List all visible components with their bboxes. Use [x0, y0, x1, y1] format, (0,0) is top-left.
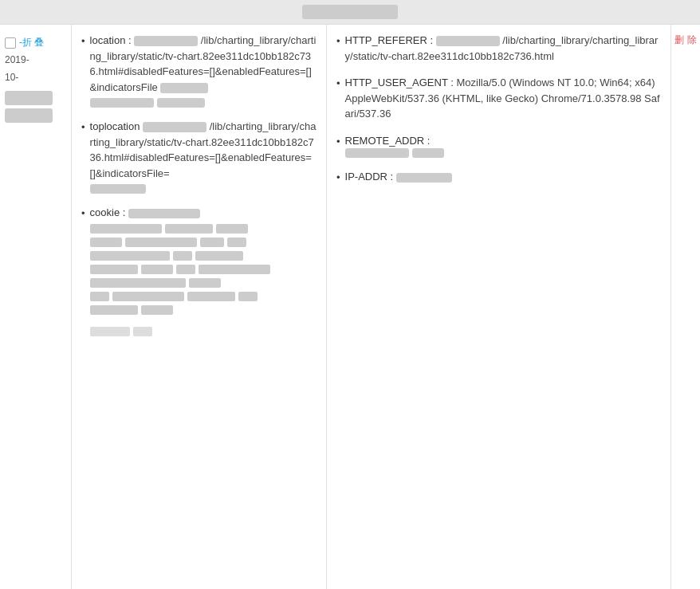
- http-user-agent-content: HTTP_USER_AGENT : Mozilla/5.0 (Windows N…: [345, 75, 661, 122]
- http-referer-content: HTTP_REFERER : /lib/charting_library/cha…: [345, 33, 661, 64]
- bullet-remote-addr: •: [336, 134, 340, 150]
- cookie-blur-1: [90, 224, 162, 234]
- delete-label: 删 除: [674, 34, 696, 45]
- bullet-cookie: •: [81, 206, 85, 222]
- row-checkbox[interactable]: [5, 37, 16, 49]
- cookie-blur-24: [133, 327, 152, 336]
- cookie-blur-21: [90, 305, 138, 315]
- list-item-ip-addr: • IP-ADDR :: [336, 169, 661, 186]
- list-item-http-referer: • HTTP_REFERER : /lib/charting_library/c…: [336, 33, 661, 64]
- cookie-blur-11: [90, 265, 138, 274]
- fold-button[interactable]: -折 叠: [19, 36, 44, 49]
- toplocation-content: toplocation /lib/charting_library/charti…: [90, 119, 317, 194]
- cookie-blur-19: [187, 292, 235, 301]
- cookie-key: cookie :: [90, 206, 128, 218]
- remote-addr-content: REMOTE_ADDR :: [345, 133, 661, 159]
- list-item-remote-addr: • REMOTE_ADDR :: [336, 133, 661, 159]
- http-referer-key: HTTP_REFERER :: [345, 34, 436, 46]
- cookie-blur-9: [173, 251, 192, 261]
- col-controls: -折 叠 2019- 10-: [0, 25, 72, 589]
- cookie-blur-22: [141, 305, 173, 315]
- cookie-blur-13: [176, 265, 195, 274]
- cookie-blur-17: [90, 292, 109, 301]
- ip-addr-blur: [396, 173, 452, 183]
- cookie-blur-4: [90, 238, 122, 247]
- cookie-blur-14: [199, 265, 270, 274]
- page-wrapper: -折 叠 2019- 10- • location: [0, 0, 700, 589]
- list-item-cookie: • cookie :: [81, 205, 317, 340]
- location-blur-prefix: [134, 36, 198, 46]
- cookie-blur-stack: [90, 224, 317, 336]
- list-item-location: • location : /lib/charting_library/chart…: [81, 33, 317, 108]
- remote-addr-blur-1: [345, 148, 409, 158]
- ip-addr-key: IP-ADDR :: [345, 171, 396, 183]
- http-user-agent-key: HTTP_USER_AGENT :: [345, 77, 457, 88]
- cookie-blur-16: [189, 278, 221, 288]
- toplocation-blur-prefix: [143, 122, 206, 132]
- cookie-blur-20: [238, 292, 258, 301]
- cookie-blur-6: [200, 238, 224, 247]
- right-data-list: • HTTP_REFERER : /lib/charting_library/c…: [336, 33, 661, 186]
- http-referer-blur-prefix: [436, 36, 500, 46]
- cookie-blur-23: [90, 327, 130, 336]
- avatar-blur-2: [5, 108, 53, 123]
- ip-addr-content: IP-ADDR :: [345, 169, 661, 185]
- cookie-blur-3: [216, 224, 248, 234]
- col-delete: 删 除: [671, 25, 700, 589]
- location-key: location: [90, 34, 126, 46]
- left-data-list: • location : /lib/charting_library/chart…: [81, 33, 317, 340]
- main-row: -折 叠 2019- 10- • location: [0, 24, 700, 589]
- remote-addr-blur-2: [412, 148, 444, 158]
- header-blur: [302, 5, 398, 19]
- top-header: [0, 0, 700, 24]
- toplocation-blur-extra-1: [90, 184, 146, 194]
- location-content: location : /lib/charting_library/chartin…: [90, 33, 317, 108]
- cookie-blur-15: [90, 278, 186, 288]
- cookie-blur-10: [195, 251, 243, 261]
- bullet-http-user-agent: •: [336, 76, 340, 92]
- remote-addr-blur: [345, 148, 661, 158]
- col-left-data: • location : /lib/charting_library/chart…: [72, 25, 327, 589]
- avatar-block: [5, 91, 53, 126]
- cookie-blur-18: [112, 292, 184, 301]
- delete-button[interactable]: 删 除: [674, 33, 696, 48]
- location-blur-extra-2: [157, 98, 205, 108]
- checkbox-area: -折 叠: [5, 36, 44, 49]
- cookie-blur-2: [165, 224, 213, 234]
- bullet-location: •: [81, 33, 85, 49]
- list-item-http-user-agent: • HTTP_USER_AGENT : Mozilla/5.0 (Windows…: [336, 75, 661, 122]
- cookie-blur-12: [141, 265, 173, 274]
- cookie-blur-inline: [128, 209, 200, 218]
- fold-label: -折 叠: [19, 37, 44, 48]
- cookie-blur-8: [90, 251, 170, 261]
- bullet-ip-addr: •: [336, 170, 340, 186]
- cookie-blur-5: [125, 238, 197, 247]
- cookie-content: cookie :: [90, 205, 317, 340]
- date-line2: 10-: [5, 70, 18, 84]
- location-blur-suffix: [160, 83, 208, 93]
- bullet-http-referer: •: [336, 33, 340, 49]
- location-blur-extra-1: [90, 98, 154, 108]
- avatar-blur-1: [5, 91, 53, 105]
- remote-addr-key: REMOTE_ADDR :: [345, 135, 431, 147]
- col-right-data: • HTTP_REFERER : /lib/charting_library/c…: [327, 25, 671, 589]
- date-line1: 2019-: [5, 53, 29, 67]
- list-item-toplocation: • toplocation /lib/charting_library/char…: [81, 119, 317, 194]
- toplocation-key: toplocation: [90, 120, 140, 132]
- bullet-toplocation: •: [81, 120, 85, 135]
- cookie-blur-7: [227, 238, 246, 247]
